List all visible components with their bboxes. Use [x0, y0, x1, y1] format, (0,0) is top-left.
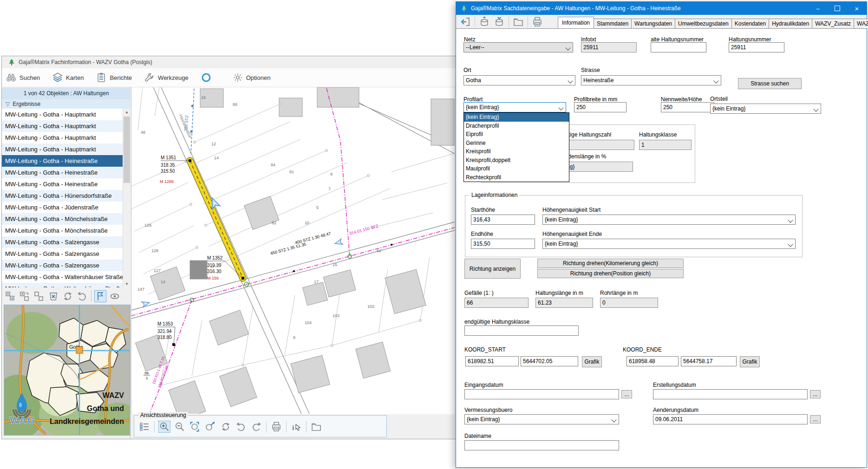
close-button[interactable]: × [847, 2, 867, 15]
koord-ende-grafik-button[interactable]: Grafik [740, 356, 760, 367]
hg-start-combo[interactable]: {kein Eintrag} [542, 215, 796, 225]
profilbreite-field[interactable]: 250 [574, 102, 627, 112]
alte-haltungsnummer-field[interactable] [651, 42, 706, 52]
dropdown-option-selected[interactable]: {kein Eintrag} [464, 113, 569, 122]
eingangsdatum-field[interactable] [464, 389, 619, 399]
tab-hydraulikdaten[interactable]: Hydraulikdaten [769, 19, 812, 28]
refresh-icon[interactable] [62, 291, 73, 302]
list-item[interactable]: MW-Leitung - Gotha - Heinestraße [2, 178, 131, 190]
erstellungsdatum-field[interactable] [653, 389, 808, 399]
karten-button[interactable]: Karten [52, 72, 84, 83]
list-item[interactable]: MW-Leitung - Gotha - Hauptmarkt [2, 120, 131, 132]
undo-icon[interactable] [77, 291, 88, 302]
list-item[interactable]: MW-Leitung - Gotha - Salzengasse [2, 248, 131, 260]
scroll-up-icon[interactable]: ▲ [123, 109, 131, 116]
select-add-icon[interactable] [19, 291, 30, 302]
zoom-out-tool-icon[interactable] [174, 421, 185, 432]
erstellungsdatum-more-button[interactable]: ... [810, 390, 821, 398]
optionen-button[interactable]: Optionen [232, 72, 271, 83]
eingangsdatum-more-button[interactable]: ... [621, 390, 632, 398]
list-item[interactable]: MW-Leitung - Gotha - Waltershäuser Straß… [2, 283, 131, 287]
scroll-down-icon[interactable]: ▼ [123, 280, 131, 287]
minimize-button[interactable]: – [808, 2, 828, 15]
aenderungsdatum-field[interactable]: 09.06.2011 [653, 414, 808, 424]
dropdown-option[interactable]: Drachenprofil [464, 122, 569, 130]
tab-umweltbezugsdaten[interactable]: Umweltbezugsdaten [675, 19, 732, 28]
list-item[interactable]: MW-Leitung - Gotha - Salzengasse [2, 260, 131, 271]
list-item[interactable]: MW-Leitung - Gotha - Waltershäuser Straß… [2, 271, 131, 283]
koord-start-y-field[interactable]: 5644702.05 [521, 356, 578, 366]
print-map-icon[interactable] [271, 421, 282, 432]
vermessungsbuero-combo[interactable]: {kein Eintrag} [464, 414, 619, 424]
starthoehe-field[interactable]: 316,43 [471, 215, 535, 225]
delete-selection-icon[interactable] [48, 291, 59, 302]
aenderungsdatum-more-button[interactable]: ... [810, 415, 821, 423]
tab-information[interactable]: Information [558, 17, 594, 28]
dropdown-option[interactable]: Gerinne [464, 139, 569, 148]
scrollbar-thumb[interactable] [124, 117, 130, 183]
list-item[interactable]: MW-Leitung - Gotha - Heinestraße [2, 167, 131, 178]
dropdown-option[interactable]: Maulprofil [464, 164, 569, 173]
open-folder-icon[interactable] [311, 421, 322, 432]
haltungsnummer-field[interactable]: 25911 [729, 42, 784, 52]
layer-list-icon[interactable] [139, 421, 150, 432]
eye-icon[interactable] [109, 291, 120, 302]
view-undo-icon[interactable] [235, 421, 247, 432]
richtung-drehen-position-button[interactable]: Richtung drehen(Position gleich) [537, 269, 684, 278]
list-item[interactable]: MW-Leitung - Gotha - Hauptmarkt [2, 143, 131, 155]
print-icon[interactable] [532, 16, 543, 27]
results-scrollbar[interactable]: ▲ ▼ [123, 109, 131, 287]
maximize-button[interactable] [828, 2, 847, 15]
folder-icon[interactable] [513, 16, 524, 27]
list-item[interactable]: MW-Leitung - Gotha - Jüdenstraße [2, 202, 131, 213]
suchen-button[interactable]: Suchen [6, 72, 40, 83]
koord-ende-x-field[interactable]: 618958.48 [627, 356, 679, 366]
map-refresh-icon[interactable] [220, 421, 231, 432]
richtung-anzeigen-button[interactable]: Richtung anzeigen [464, 259, 521, 279]
tab-wartungsdaten[interactable]: Wartungsdaten [631, 19, 675, 28]
berichte-button[interactable]: Berichte [96, 72, 132, 83]
select-features-icon[interactable] [5, 291, 16, 302]
right-titlebar[interactable]: Gaja®Matrix Sachdateneingabe - AW Haltun… [456, 2, 867, 15]
koord-ende-y-field[interactable]: 5644758.17 [681, 356, 737, 366]
haltungslaenge-field[interactable]: 61.23 [535, 298, 593, 308]
list-item[interactable]: MW-Leitung - Gotha - Hauptmarkt [2, 132, 131, 143]
map-canvas[interactable]: M 1351 318.35 315.50 M 1286 M 1352 319.3… [131, 87, 455, 414]
dropdown-option[interactable]: Kreisprofil [464, 147, 569, 156]
ort-combo[interactable]: Gotha [463, 75, 575, 85]
hg-ende-combo[interactable]: {kein Eintrag} [542, 239, 796, 249]
zoom-extent-icon[interactable] [189, 421, 201, 432]
zoom-to-selection-icon[interactable] [205, 421, 216, 432]
flag-tool-icon[interactable] [95, 291, 106, 302]
nennweite-field[interactable]: 250 [661, 102, 714, 112]
identify-info-icon[interactable]: i [291, 421, 302, 432]
werkzeuge-button[interactable]: Werkzeuge [144, 72, 189, 83]
exit-back-icon[interactable] [460, 16, 471, 27]
koord-start-grafik-button[interactable]: Grafik [582, 356, 602, 367]
overview-map[interactable]: Gotha WAG WAZV Gotha und Landkreisgemein… [4, 305, 130, 436]
rohrlaenge-field[interactable]: 0 [600, 298, 658, 308]
deselect-icon[interactable] [33, 291, 45, 302]
db-save-icon[interactable] [494, 16, 505, 27]
dropdown-option[interactable]: Rechteckprofil [464, 173, 569, 182]
tab-stammdaten[interactable]: Stammdaten [594, 19, 632, 28]
endhoehe-field[interactable]: 315,50 [471, 239, 535, 249]
tab-kostendaten[interactable]: Kostendaten [731, 19, 769, 28]
dropdown-option[interactable]: Eiprofil [464, 130, 569, 139]
list-item[interactable]: MW-Leitung - Gotha - Hauptmarkt [2, 109, 131, 120]
tab-wazv-zusatz[interactable]: WAZV_Zusatz [812, 19, 854, 28]
zoom-in-tool-icon[interactable] [159, 421, 170, 432]
view-redo-icon[interactable] [251, 421, 262, 432]
list-item[interactable]: MW-Leitung - Gotha - Mönchelsstraße [2, 213, 131, 225]
manhole-end[interactable] [241, 277, 244, 280]
ring-indicator[interactable] [201, 72, 212, 83]
tab-wazv[interactable]: WAZV [854, 19, 868, 28]
manhole-start[interactable] [189, 159, 191, 162]
list-item-selected[interactable]: MW-Leitung - Gotha - Heinestraße [2, 155, 131, 167]
netz-combo[interactable]: --Leer-- [463, 42, 573, 52]
dateiname-field[interactable] [464, 440, 619, 450]
ortsteil-combo[interactable]: {kein Eintrag} [710, 104, 821, 114]
strasse-suchen-button[interactable]: Strasse suchen [738, 78, 802, 89]
dropdown-option[interactable]: Kreisprofil,doppelt [464, 156, 569, 165]
gefaelle-field[interactable]: 66 [464, 298, 529, 308]
